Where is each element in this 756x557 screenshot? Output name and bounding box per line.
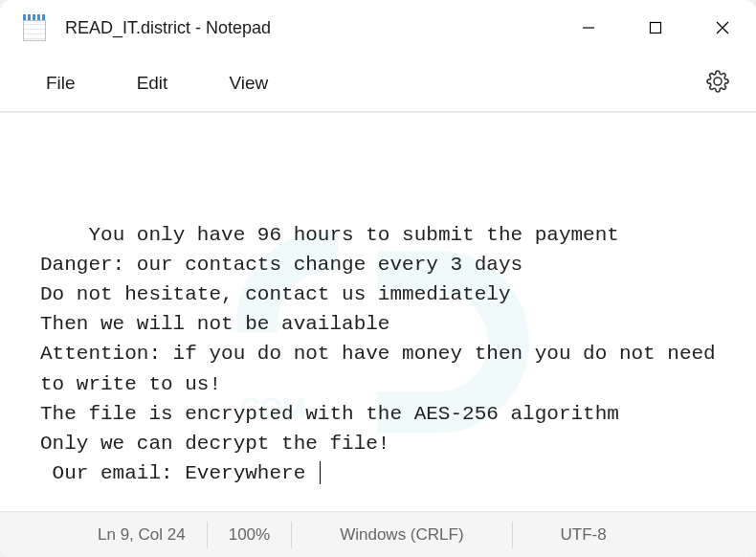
status-line-ending[interactable]: Windows (CRLF) (292, 522, 512, 548)
menubar: File Edit View (0, 56, 756, 113)
notepad-icon (23, 14, 46, 41)
statusbar: Ln 9, Col 24 100% Windows (CRLF) UTF-8 (0, 511, 756, 557)
settings-button[interactable] (699, 62, 737, 104)
minimize-button[interactable] (555, 0, 622, 56)
close-button[interactable] (689, 0, 756, 56)
titlebar: READ_IT.district - Notepad (0, 0, 756, 56)
notepad-window: READ_IT.district - Notepad File Edit Vie… (0, 0, 756, 557)
svg-rect-1 (651, 23, 661, 33)
status-cursor-position[interactable]: Ln 9, Col 24 (77, 522, 208, 548)
menu-edit[interactable]: Edit (120, 63, 186, 103)
menu-file[interactable]: File (29, 63, 93, 103)
maximize-button[interactable] (622, 0, 689, 56)
window-controls (555, 0, 756, 56)
status-zoom[interactable]: 100% (208, 522, 292, 548)
menu-view[interactable]: View (211, 63, 285, 103)
editor-content: You only have 96 hours to submit the pay… (40, 224, 727, 484)
text-editor[interactable]: .COM You only have 96 hours to submit th… (0, 113, 756, 511)
text-caret (320, 461, 321, 484)
window-title: READ_IT.district - Notepad (65, 18, 555, 38)
status-encoding[interactable]: UTF-8 (513, 522, 655, 548)
gear-icon (706, 70, 729, 93)
